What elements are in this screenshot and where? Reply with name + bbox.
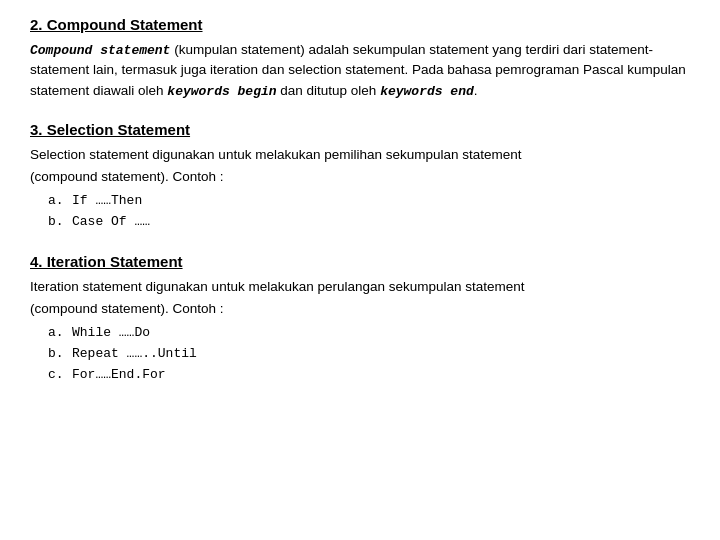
code-block-iteration: a.While ……Dob.Repeat ……..Untilc.For……End… (48, 323, 690, 385)
code-label: a. (48, 191, 64, 212)
code-line: a.While ……Do (48, 323, 690, 344)
paragraph-selection-0: Selection statement digunakan untuk mela… (30, 145, 690, 165)
page-content: 2. Compound StatementCompound statement … (30, 14, 690, 385)
code-block-selection: a.If ……Thenb.Case Of …… (48, 191, 690, 233)
code-text: Case Of …… (72, 212, 150, 233)
section-iteration: 4. Iteration StatementIteration statemen… (30, 251, 690, 386)
section-title-compound: 2. Compound Statement (30, 14, 690, 36)
code-text: While ……Do (72, 323, 150, 344)
code-text: If ……Then (72, 191, 142, 212)
section-title-selection: 3. Selection Statement (30, 119, 690, 141)
bold-italic-text: keywords end (380, 84, 474, 99)
code-label: b. (48, 344, 64, 365)
paragraph-compound-0: Compound statement (kumpulan statement) … (30, 40, 690, 101)
section-title-iteration: 4. Iteration Statement (30, 251, 690, 273)
paragraph-iteration-1: (compound statement). Contoh : (30, 299, 690, 319)
code-text: For……End.For (72, 365, 166, 386)
code-line: c.For……End.For (48, 365, 690, 386)
bold-italic-text: keywords begin (167, 84, 276, 99)
code-label: b. (48, 212, 64, 233)
paragraph-selection-1: (compound statement). Contoh : (30, 167, 690, 187)
section-compound: 2. Compound StatementCompound statement … (30, 14, 690, 101)
code-line: b.Case Of …… (48, 212, 690, 233)
code-label: a. (48, 323, 64, 344)
code-line: b.Repeat ……..Until (48, 344, 690, 365)
section-selection: 3. Selection StatementSelection statemen… (30, 119, 690, 233)
bold-italic-text: Compound statement (30, 43, 170, 58)
paragraph-iteration-0: Iteration statement digunakan untuk mela… (30, 277, 690, 297)
code-label: c. (48, 365, 64, 386)
code-line: a.If ……Then (48, 191, 690, 212)
code-text: Repeat ……..Until (72, 344, 197, 365)
